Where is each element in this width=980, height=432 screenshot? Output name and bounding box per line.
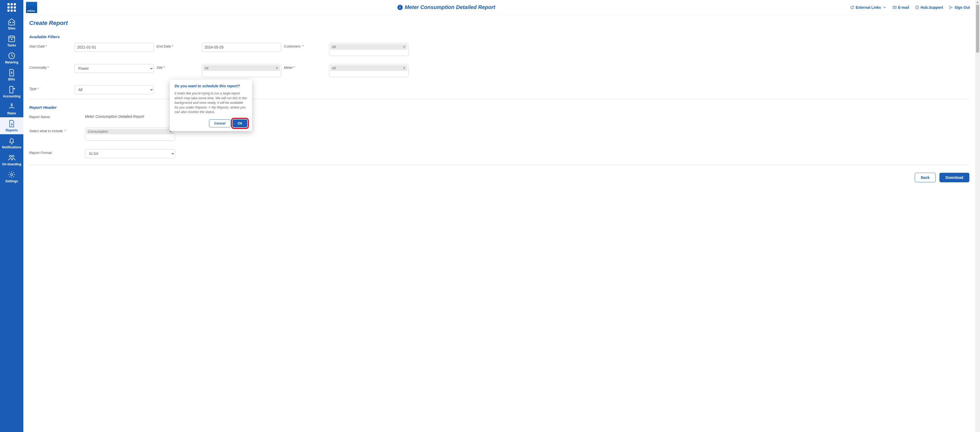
accounting-icon: [8, 86, 16, 93]
vertical-scrollbar[interactable]: ▲: [975, 0, 980, 432]
svg-point-10: [916, 6, 919, 9]
bills-icon: $: [8, 69, 16, 77]
svg-point-1: [13, 22, 14, 23]
chevron-down-icon: [882, 5, 887, 10]
chip-remove-icon[interactable]: ✕: [403, 66, 406, 70]
modal-body: It looks like you're trying to run a lar…: [175, 91, 247, 115]
sidebar-item-reports[interactable]: Reports: [0, 117, 23, 134]
report-name-value: Meter Consumption Detailed Report: [85, 113, 175, 119]
support-link[interactable]: Hub.Support: [915, 5, 943, 10]
email-link[interactable]: E-mail: [892, 5, 909, 10]
sidebar-item-label: Sites: [8, 27, 16, 30]
sidebar-item-label: Reports: [6, 128, 18, 132]
meter-chipbox[interactable]: All ✕: [329, 64, 409, 77]
meter-label: Meter*: [284, 64, 326, 70]
sidebar-item-sites[interactable]: Sites: [0, 15, 23, 32]
sidebar: Sites Tasks Metering $ Bills Accounting …: [0, 0, 23, 432]
sidebar-item-label: Rates: [8, 112, 16, 115]
format-select[interactable]: XLSX: [85, 149, 175, 158]
download-button[interactable]: Download: [939, 173, 969, 182]
info-icon[interactable]: i: [398, 5, 403, 10]
sites-icon: [8, 18, 16, 26]
sidebar-item-label: Accounting: [3, 94, 21, 98]
topbar: utilidex i Meter Consumption Detailed Re…: [23, 0, 975, 15]
help-icon: [915, 5, 919, 10]
signout-icon: [949, 5, 953, 10]
sidebar-item-onboarding[interactable]: On-boarding: [0, 151, 23, 168]
metering-icon: [8, 52, 16, 59]
sidebar-item-settings[interactable]: Settings: [0, 168, 23, 185]
start-date-label: Start Date*: [29, 43, 72, 48]
customers-chipbox[interactable]: All ✕: [329, 43, 409, 56]
onboarding-icon: [8, 154, 16, 161]
sidebar-item-notifications[interactable]: Notifications: [0, 134, 23, 151]
site-label: Site*: [156, 64, 199, 70]
sidebar-item-label: Settings: [5, 179, 18, 183]
sidebar-item-metering[interactable]: Metering: [0, 49, 23, 66]
top-links: External Links E-mail Hub.Support Sign O…: [850, 5, 970, 10]
svg-point-6: [9, 155, 11, 157]
svg-text:$: $: [11, 71, 13, 74]
panel-title: Create Report: [29, 20, 969, 27]
svg-point-0: [10, 22, 11, 23]
tasks-icon: [8, 35, 16, 43]
type-label: Type*: [29, 85, 72, 91]
meter-chip: All ✕: [330, 65, 407, 71]
end-date-label: End Date*: [156, 43, 199, 48]
gear-icon: [8, 171, 16, 179]
commodity-label: Commodity*: [29, 64, 72, 70]
end-date-input[interactable]: [202, 43, 281, 52]
main-area: utilidex i Meter Consumption Detailed Re…: [23, 0, 975, 432]
footer-actions: Back Download: [29, 173, 969, 182]
sidebar-item-label: Notifications: [2, 145, 21, 149]
include-chip: Consumption ✕: [86, 129, 174, 134]
chip-remove-icon[interactable]: ✕: [403, 45, 406, 49]
bell-icon: [8, 137, 16, 144]
modal-ok-button[interactable]: Ok: [233, 120, 247, 128]
schedule-report-modal: Do you want to schedule this report? It …: [170, 80, 252, 131]
external-links-dropdown[interactable]: External Links: [850, 5, 887, 10]
chip-remove-icon[interactable]: ✕: [275, 66, 278, 70]
site-chip: All ✕: [203, 65, 280, 71]
format-label: Report Format:: [29, 149, 82, 155]
app-launcher-icon[interactable]: [6, 2, 17, 13]
customers-chip: All ✕: [330, 44, 407, 49]
svg-point-8: [11, 174, 13, 176]
modal-actions: Cancel Ok: [175, 120, 247, 128]
include-label: Select what to include *: [29, 128, 82, 133]
include-chipbox[interactable]: Consumption ✕: [85, 128, 175, 141]
report-name-label: Report Name:: [29, 113, 82, 119]
sidebar-item-label: Metering: [5, 61, 18, 64]
site-chipbox[interactable]: All ✕: [202, 64, 281, 77]
back-button[interactable]: Back: [915, 173, 936, 182]
svg-text:$: $: [11, 103, 13, 107]
sidebar-item-bills[interactable]: $ Bills: [0, 66, 23, 83]
customers-label: Customers *: [284, 43, 326, 48]
modal-title: Do you want to schedule this report?: [175, 84, 247, 88]
sidebar-item-label: Tasks: [7, 43, 16, 47]
start-date-input[interactable]: [74, 43, 154, 52]
rates-icon: $: [8, 103, 16, 110]
sidebar-item-label: Bills: [8, 78, 15, 81]
scroll-thumb[interactable]: [976, 5, 979, 53]
brand-logo[interactable]: utilidex: [26, 2, 37, 13]
sidebar-item-accounting[interactable]: Accounting: [0, 83, 23, 100]
page-title: i Meter Consumption Detailed Report: [43, 4, 850, 10]
scroll-up-arrow-icon[interactable]: ▲: [975, 0, 980, 3]
mail-icon: [892, 5, 897, 10]
content-panel: Create Report Available Filters Start Da…: [23, 15, 975, 187]
type-select[interactable]: All: [74, 85, 154, 94]
commodity-select[interactable]: Power: [74, 64, 154, 73]
modal-cancel-button[interactable]: Cancel: [209, 120, 231, 128]
svg-point-7: [12, 155, 14, 157]
sidebar-item-tasks[interactable]: Tasks: [0, 32, 23, 49]
sidebar-item-rates[interactable]: $ Rates: [0, 100, 23, 117]
filters-heading: Available Filters: [29, 35, 969, 39]
external-link-icon: [850, 5, 854, 10]
sidebar-item-label: On-boarding: [2, 163, 21, 166]
signout-link[interactable]: Sign Out: [949, 5, 970, 10]
reports-icon: [8, 120, 16, 128]
